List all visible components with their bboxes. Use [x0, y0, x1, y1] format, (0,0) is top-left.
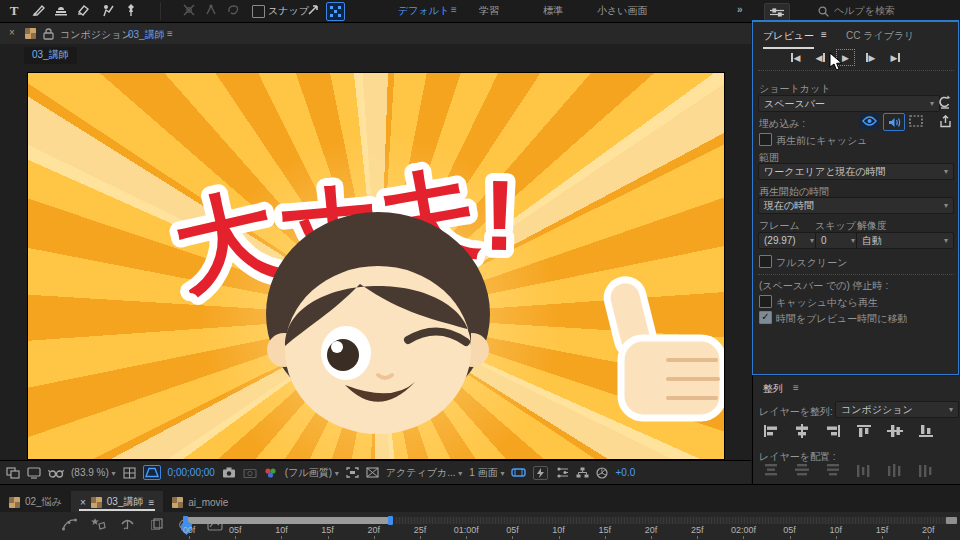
- reset-icon[interactable]: [938, 95, 951, 109]
- snap-options-button[interactable]: [326, 2, 345, 21]
- ruler-labels[interactable]: 00f05f10f15f20f25f01:00f05f10f15f20f25f0…: [0, 512, 960, 540]
- include-audio-speaker-icon[interactable]: [883, 113, 905, 131]
- ruler-label: 00f: [183, 525, 196, 535]
- align-bottom-button[interactable]: [918, 424, 934, 438]
- align-left-button[interactable]: [763, 424, 779, 438]
- align-h-center-button[interactable]: [794, 424, 810, 438]
- fast-previews-icon[interactable]: [533, 466, 548, 480]
- play-button[interactable]: ▶: [837, 50, 854, 65]
- distribute-v-center-button[interactable]: [794, 463, 810, 477]
- grid-options-icon[interactable]: [123, 467, 136, 479]
- reset-exposure-icon[interactable]: [596, 467, 608, 479]
- skip-label: スキップ: [815, 219, 856, 233]
- zoom-level-dropdown[interactable]: (83.9 %) ▾: [71, 467, 116, 478]
- tab-menu-icon[interactable]: ≡: [148, 497, 154, 508]
- ruler-label: 15f: [599, 525, 612, 535]
- skip-dropdown[interactable]: 0▾: [815, 232, 861, 249]
- snap-checkbox[interactable]: [252, 5, 265, 18]
- framerate-dropdown[interactable]: (29.97)▾: [758, 232, 820, 249]
- composition-panel-tab-row: × コンポジション 03_講師 ≡: [0, 23, 751, 45]
- close-panel-icon[interactable]: ×: [9, 27, 15, 38]
- timeline-tab-ai_movie[interactable]: ai_movie: [163, 491, 237, 513]
- region-of-interest-icon[interactable]: [346, 467, 359, 478]
- mask-visibility-icon[interactable]: [143, 465, 161, 480]
- align-v-center-button[interactable]: [887, 424, 903, 438]
- search-placeholder: ヘルプを検索: [834, 4, 895, 18]
- always-preview-icon[interactable]: [6, 467, 20, 479]
- distribute-left-button[interactable]: [856, 463, 872, 477]
- pixel-aspect-icon[interactable]: [511, 467, 526, 478]
- fullscreen-label: フルスクリーン: [776, 256, 847, 270]
- transparency-grid-icon[interactable]: [366, 467, 379, 478]
- share-icon[interactable]: [936, 113, 954, 129]
- fullscreen-checkbox[interactable]: [759, 255, 772, 268]
- ruler-label: 10f: [830, 525, 843, 535]
- channel-settings-icon[interactable]: [264, 467, 278, 479]
- view-layout-dropdown[interactable]: 1 画面 ▾: [469, 466, 504, 480]
- current-timecode[interactable]: 0;00;00;00: [168, 467, 215, 478]
- open-eye: [321, 326, 371, 380]
- timeline-button-icon[interactable]: [555, 467, 569, 478]
- after-effects-window: T スナップ デフォルト ≡ 学習 標準 小さい画面 »: [0, 0, 960, 540]
- resolution-dropdown[interactable]: (フル画質) ▾: [285, 466, 339, 480]
- flowchart-icon[interactable]: [576, 467, 589, 478]
- align-top-button[interactable]: [856, 424, 872, 438]
- tab-preview[interactable]: プレビュー: [763, 29, 814, 49]
- start-time-dropdown[interactable]: 現在の時間▾: [758, 197, 954, 214]
- include-overlays-icon[interactable]: [907, 113, 925, 129]
- last-frame-button[interactable]: ▶: [887, 50, 904, 65]
- resolution-dropdown-preview[interactable]: 自動▾: [856, 232, 954, 249]
- workspace-standard[interactable]: 標準: [543, 4, 563, 18]
- align-right-button[interactable]: [825, 424, 841, 438]
- align-panel-title[interactable]: 整列: [763, 382, 783, 396]
- panel-title[interactable]: コンポジション: [60, 28, 132, 42]
- timeline-tab-03_講師[interactable]: ×03_講師≡: [71, 491, 163, 513]
- puppet-pin-tool-icon[interactable]: [124, 3, 140, 19]
- distribute-top-button[interactable]: [763, 463, 779, 477]
- toolbar-separator: [160, 2, 161, 20]
- eraser-tool-icon[interactable]: [76, 3, 92, 19]
- snapshot-camera-icon[interactable]: [222, 467, 236, 478]
- brush-tool-icon[interactable]: [32, 3, 48, 19]
- glasses-icon[interactable]: [48, 467, 64, 479]
- monitor-icon[interactable]: [27, 467, 41, 479]
- workspace-menu-icon[interactable]: ≡: [451, 4, 457, 15]
- workspace-small-screen[interactable]: 小さい画面: [597, 4, 647, 18]
- include-video-eye-icon[interactable]: [859, 113, 879, 129]
- distribute-bottom-button[interactable]: [825, 463, 841, 477]
- workspace-learn[interactable]: 学習: [479, 4, 499, 18]
- distribute-h-center-button[interactable]: [887, 463, 903, 477]
- clone-stamp-tool-icon[interactable]: [54, 3, 70, 19]
- help-search-field[interactable]: ヘルプを検索: [818, 3, 954, 19]
- next-frame-button[interactable]: ▶: [862, 50, 879, 65]
- snap-cursor-icon[interactable]: [306, 3, 322, 19]
- tab-cc-libraries[interactable]: CC ライブラリ: [846, 29, 914, 43]
- distribute-right-button[interactable]: [918, 463, 934, 477]
- roto-brush-tool-icon[interactable]: [101, 3, 117, 19]
- workspace-default[interactable]: デフォルト: [398, 4, 449, 18]
- align-panel-menu-icon[interactable]: ≡: [793, 382, 799, 393]
- play-cached-checkbox[interactable]: [759, 295, 772, 308]
- workspace-overflow-chevrons[interactable]: »: [737, 4, 743, 15]
- shortcut-dropdown[interactable]: スペースバー▾: [758, 95, 940, 112]
- type-tool[interactable]: T: [6, 3, 22, 19]
- close-tab-icon[interactable]: ×: [80, 497, 86, 508]
- ruler-label: 15f: [321, 525, 334, 535]
- composition-canvas[interactable]: 大丈夫!: [27, 72, 725, 460]
- comp-bottom-toolbar: (83.9 %) ▾ 0;00;00;00 (フル画質) ▾ アクティブカ...…: [0, 460, 751, 484]
- align-target-dropdown[interactable]: コンポジション▾: [835, 401, 959, 418]
- range-dropdown[interactable]: ワークエリアと現在の時間▾: [758, 163, 954, 180]
- preview-panel-menu-icon[interactable]: ≡: [821, 29, 827, 40]
- cache-before-checkbox[interactable]: [759, 133, 772, 146]
- timeline-tab-02_悩み[interactable]: 02_悩み: [0, 491, 71, 513]
- camera-view-dropdown[interactable]: アクティブカ... ▾: [386, 466, 463, 480]
- panel-menu-icon[interactable]: ≡: [167, 28, 173, 39]
- viewer-tab[interactable]: 03_講師: [24, 47, 77, 64]
- first-frame-button[interactable]: ◀: [787, 50, 804, 65]
- workspace-settings-icon[interactable]: [764, 3, 790, 21]
- previous-frame-button[interactable]: ◀: [812, 50, 829, 65]
- show-snapshot-icon[interactable]: [243, 467, 257, 478]
- move-time-checkbox[interactable]: ✓: [759, 311, 772, 324]
- exposure-value[interactable]: +0.0: [615, 467, 635, 478]
- ruler-label: 10f: [552, 525, 565, 535]
